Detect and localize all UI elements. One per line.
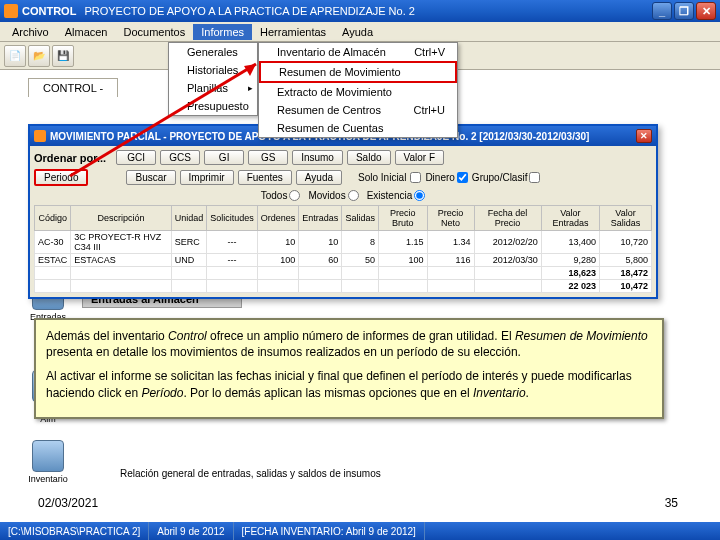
table-cell: 18,472	[600, 267, 652, 280]
table-row[interactable]: AC-303C PROYECT-R HVZ C34 IIISERC---1010…	[35, 231, 652, 254]
sub-label: Resumen de Movimiento	[279, 66, 401, 78]
dd-historiales[interactable]: Historiales	[169, 61, 257, 79]
table-cell: 1.15	[378, 231, 427, 254]
sort-gs[interactable]: GS	[248, 150, 288, 165]
maximize-button[interactable]: ❐	[674, 2, 694, 20]
table-cell: 13,400	[541, 231, 599, 254]
file-icon: 📄	[9, 50, 21, 61]
chk-dinero[interactable]: Dinero	[425, 172, 467, 183]
table-cell	[299, 280, 342, 293]
table-cell	[474, 280, 541, 293]
table-cell: 2012/02/20	[474, 231, 541, 254]
open-button[interactable]: 📂	[28, 45, 50, 67]
sub-resumen-centros[interactable]: Resumen de CentrosCtrl+U	[259, 101, 457, 119]
status-date: Abril 9 de 2012	[149, 522, 233, 540]
table-cell: 116	[427, 254, 474, 267]
table-cell: 10	[299, 231, 342, 254]
table-cell: SERC	[171, 231, 207, 254]
radio-movidos[interactable]: Movidos	[308, 190, 358, 201]
checkbox-input[interactable]	[529, 172, 540, 183]
dd-generales[interactable]: Generales	[169, 43, 257, 61]
table-cell	[378, 280, 427, 293]
table-row[interactable]: 18,62318,472	[35, 267, 652, 280]
sub-shortcut: Ctrl+U	[414, 104, 445, 116]
table-header[interactable]: Ordenes	[257, 206, 299, 231]
sub-inventario[interactable]: Inventario de AlmacénCtrl+V	[259, 43, 457, 61]
table-row[interactable]: 22 02310,472	[35, 280, 652, 293]
sort-gi[interactable]: GI	[204, 150, 244, 165]
dd-label: Planillas	[187, 82, 228, 94]
footer-page: 35	[665, 496, 678, 510]
sort-valorf[interactable]: Valor F	[395, 150, 445, 165]
checkbox-input[interactable]	[457, 172, 468, 183]
main-titlebar: CONTROL PROYECTO DE APOYO A LA PRACTICA …	[0, 0, 720, 22]
tab-control[interactable]: CONTROL -	[28, 78, 118, 97]
table-header[interactable]: Salidas	[342, 206, 379, 231]
table-header[interactable]: Precio Bruto	[378, 206, 427, 231]
minimize-button[interactable]: _	[652, 2, 672, 20]
table-header[interactable]: Valor Salidas	[600, 206, 652, 231]
dd-planillas[interactable]: Planillas	[169, 79, 257, 97]
sort-saldo[interactable]: Saldo	[347, 150, 391, 165]
radio-todos[interactable]: Todos	[261, 190, 301, 201]
table-cell: 5,800	[600, 254, 652, 267]
sub-label: Resumen de Cuentas	[277, 122, 383, 134]
table-header[interactable]: Código	[35, 206, 71, 231]
sort-gci[interactable]: GCI	[116, 150, 156, 165]
menu-documentos[interactable]: Documentos	[115, 24, 193, 40]
radio-input[interactable]	[289, 190, 300, 201]
table-cell: 100	[378, 254, 427, 267]
chk-grupo[interactable]: Grupo/Clasif	[472, 172, 541, 183]
radio-input[interactable]	[348, 190, 359, 201]
table-header[interactable]: Precio Neto	[427, 206, 474, 231]
table-cell: 10	[257, 231, 299, 254]
menu-archivo[interactable]: Archivo	[4, 24, 57, 40]
table-header[interactable]: Descripción	[71, 206, 171, 231]
imprimir-button[interactable]: Imprimir	[180, 170, 234, 185]
radio-label: Movidos	[308, 190, 345, 201]
sidebar-label: Inventario	[18, 474, 78, 484]
radio-label: Todos	[261, 190, 288, 201]
sub-resumen-movimiento[interactable]: Resumen de Movimiento	[259, 61, 457, 83]
table-cell: 1.34	[427, 231, 474, 254]
periodo-button[interactable]: Periodo	[34, 169, 88, 186]
new-button[interactable]: 📄	[4, 45, 26, 67]
table-cell	[378, 267, 427, 280]
radio-existencia[interactable]: Existencia	[367, 190, 426, 201]
sidebar-inventario[interactable]: Inventario	[18, 440, 78, 484]
table-header[interactable]: Entradas	[299, 206, 342, 231]
table-header[interactable]: Solicitudes	[207, 206, 258, 231]
sub-extracto[interactable]: Extracto de Movimiento	[259, 83, 457, 101]
dd-presupuesto[interactable]: Presupuesto	[169, 97, 257, 115]
radio-label: Existencia	[367, 190, 413, 201]
informes-dropdown: Generales Historiales Planillas Presupue…	[168, 42, 258, 116]
chk-solo-inicial[interactable]	[410, 172, 421, 183]
disk-icon: 💾	[57, 50, 69, 61]
ordenar-label: Ordenar por...	[34, 152, 106, 164]
chk-label: Grupo/Clasif	[472, 172, 528, 183]
table-header[interactable]: Unidad	[171, 206, 207, 231]
table-cell: 10,472	[600, 280, 652, 293]
save-button[interactable]: 💾	[52, 45, 74, 67]
checkbox-input[interactable]	[410, 172, 421, 183]
menu-herramientas[interactable]: Herramientas	[252, 24, 334, 40]
menu-almacen[interactable]: Almacen	[57, 24, 116, 40]
window-title: PROYECTO DE APOYO A LA PRACTICA DE APREN…	[84, 5, 652, 17]
buscar-button[interactable]: Buscar	[126, 170, 175, 185]
child-close-button[interactable]: ✕	[636, 129, 652, 143]
child-icon	[34, 130, 46, 142]
sort-insumo[interactable]: Insumo	[292, 150, 343, 165]
radio-input[interactable]	[414, 190, 425, 201]
sub-resumen-cuentas[interactable]: Resumen de Cuentas	[259, 119, 457, 137]
fuentes-button[interactable]: Fuentes	[238, 170, 292, 185]
menu-informes[interactable]: Informes	[193, 24, 252, 40]
close-button[interactable]: ✕	[696, 2, 716, 20]
menu-ayuda[interactable]: Ayuda	[334, 24, 381, 40]
table-header[interactable]: Valor Entradas	[541, 206, 599, 231]
table-cell	[474, 267, 541, 280]
ayuda-button[interactable]: Ayuda	[296, 170, 342, 185]
sort-gcs[interactable]: GCS	[160, 150, 200, 165]
table-header[interactable]: Fecha del Precio	[474, 206, 541, 231]
table-row[interactable]: ESTACESTACASUND---10060501001162012/03/3…	[35, 254, 652, 267]
caption-text: Relación general de entradas, salidas y …	[120, 468, 381, 479]
